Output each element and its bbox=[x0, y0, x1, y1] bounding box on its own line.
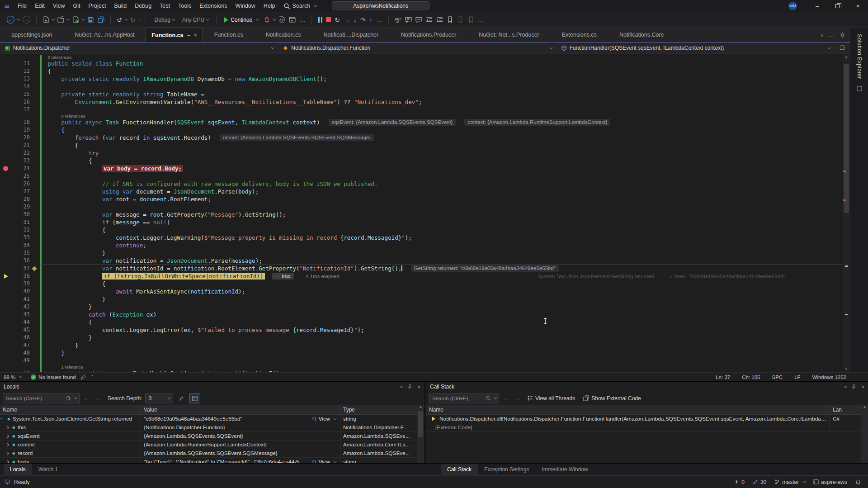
more-tabs-icon[interactable]: … bbox=[828, 32, 834, 38]
search-prev-icon[interactable]: ← bbox=[82, 395, 91, 402]
expand-chevron-icon[interactable] bbox=[6, 426, 9, 429]
continue-button[interactable]: Continue bbox=[221, 15, 261, 24]
locals-row-record[interactable]: ◆record{Amazon.Lambda.SQSEvents.SQSEvent… bbox=[0, 449, 424, 458]
gear-icon[interactable] bbox=[840, 32, 845, 38]
search-in-files-icon[interactable] bbox=[277, 15, 287, 24]
locals-row-body[interactable]: ◆body"{\n \"Type\" : \"Notification\",\n… bbox=[0, 458, 424, 463]
locals-row-system-text-json-jsonelement-getstring-returned[interactable]: ⌁◆System.Text.Json.JsonElement.GetString… bbox=[0, 415, 424, 423]
locals-scrollbar[interactable]: ▲ bbox=[417, 405, 424, 463]
tab-extensions-cs[interactable]: Extensions.cs bbox=[551, 28, 608, 42]
nav-forward-icon[interactable]: → bbox=[21, 14, 32, 25]
menu-view[interactable]: View bbox=[49, 0, 69, 12]
locals-row-sqsevent[interactable]: ◆sqsEvent{Amazon.Lambda.SQSEvents.SQSEve… bbox=[0, 432, 424, 441]
locals-column-header-type[interactable]: Type bbox=[340, 405, 424, 414]
callstack-frame-0[interactable]: Notifications.Dispatcher.dll!Notificatio… bbox=[426, 415, 868, 423]
callstack-search-input[interactable]: Search (Ctrl+E) bbox=[429, 393, 499, 403]
environment-indicator[interactable]: aspire-aws bbox=[813, 479, 847, 485]
tab-appsettings-json[interactable]: appsettings.json bbox=[0, 28, 63, 42]
live-preview-icon[interactable] bbox=[288, 15, 297, 24]
redo-icon[interactable]: ↻ bbox=[129, 15, 142, 25]
callstack-frame-1[interactable]: [External Code] bbox=[426, 423, 868, 432]
breadcrumb-segment-2[interactable]: FunctionHandler(SQSEvent sqsEvent, ILamb… bbox=[557, 43, 835, 53]
pause-icon[interactable] bbox=[316, 16, 324, 24]
notifications-indicator[interactable]: 0 bbox=[734, 479, 745, 485]
save-icon[interactable] bbox=[86, 15, 95, 24]
step-out-icon[interactable]: ↑ bbox=[368, 15, 374, 25]
save-all-icon[interactable] bbox=[96, 15, 106, 24]
tab-notifications-producer[interactable]: Notifications.Producer bbox=[390, 28, 467, 42]
background-tasks-icon[interactable] bbox=[5, 479, 10, 485]
locals-search-input[interactable]: Search (Ctrl+E) bbox=[3, 393, 80, 403]
account-avatar[interactable]: MM bbox=[788, 2, 797, 10]
close-icon[interactable]: × bbox=[418, 384, 420, 389]
undo-icon[interactable]: ↺ bbox=[115, 15, 128, 25]
tab-nuget-not-s-producer[interactable]: NuGet: Not...s.Producer bbox=[467, 28, 550, 42]
menu-edit[interactable]: Edit bbox=[31, 0, 49, 12]
bookmark-icon[interactable] bbox=[445, 15, 455, 24]
solution-config-dropdown[interactable]: Debug bbox=[151, 15, 177, 24]
close-icon[interactable]: × bbox=[862, 384, 864, 389]
column-indicator[interactable]: Ch: 105 bbox=[742, 374, 760, 380]
step-into-icon[interactable]: ↓ bbox=[352, 15, 358, 25]
new-file-icon[interactable] bbox=[41, 15, 55, 24]
locals-row-context[interactable]: ◆context{Amazon.Lambda.RuntimeSupport.La… bbox=[0, 441, 424, 449]
tool-tab-exception-settings[interactable]: Exception Settings bbox=[478, 464, 535, 476]
platform-dropdown[interactable]: Any CPU bbox=[179, 15, 212, 24]
tab-notifications-core[interactable]: Notifications.Core bbox=[608, 28, 675, 42]
indent-decrease-icon[interactable] bbox=[425, 15, 434, 24]
bell-icon[interactable] bbox=[855, 479, 861, 485]
menu-tools[interactable]: Tools bbox=[174, 0, 195, 12]
scroll-down-icon[interactable]: ▼ bbox=[843, 367, 850, 371]
line-ending-indicator[interactable]: LF bbox=[794, 374, 800, 380]
menu-build[interactable]: Build bbox=[110, 0, 131, 12]
add-item-icon[interactable] bbox=[71, 15, 85, 24]
editor-scrollbar[interactable]: ▲ ▼ bbox=[843, 54, 850, 372]
minimize-button[interactable]: – bbox=[807, 0, 827, 12]
tab-notification-cs[interactable]: Notification.cs bbox=[255, 28, 312, 42]
pin-tab-icon[interactable]: ⌁ bbox=[187, 32, 190, 38]
expand-chevron-icon[interactable] bbox=[6, 434, 9, 437]
solution-explorer-tab[interactable]: Solution Explorer bbox=[856, 34, 863, 79]
tool-tab-locals[interactable]: Locals bbox=[4, 464, 32, 476]
pin-icon[interactable] bbox=[407, 384, 412, 389]
tab-function-cs[interactable]: Function.cs bbox=[203, 28, 255, 42]
restart-icon[interactable]: ↻ bbox=[333, 15, 341, 25]
search-next-icon[interactable]: → bbox=[94, 395, 102, 402]
code-cleanup-icon[interactable] bbox=[80, 374, 86, 380]
tab-notificati-dispatcher[interactable]: Notificati....Dispatcher bbox=[312, 28, 390, 42]
tool-tab-immediate-window[interactable]: Immediate Window bbox=[535, 464, 594, 476]
open-file-icon[interactable] bbox=[56, 15, 70, 24]
next-bookmark-icon[interactable] bbox=[466, 15, 476, 24]
track-objects-icon[interactable] bbox=[189, 393, 200, 403]
scroll-up-icon[interactable]: ▲ bbox=[843, 55, 850, 59]
menu-help[interactable]: Help bbox=[259, 0, 279, 12]
menu-git[interactable]: Git bbox=[69, 0, 85, 12]
git-branch-selector[interactable]: master bbox=[774, 479, 805, 485]
show-external-code-button[interactable]: Show External Code bbox=[580, 395, 643, 402]
tab-function-cs[interactable]: Function.cs⌁× bbox=[146, 28, 203, 42]
window-position-icon[interactable] bbox=[844, 384, 847, 388]
scroll-tabs-left-icon[interactable]: ‹ bbox=[821, 32, 823, 38]
next-frame-icon[interactable]: → bbox=[513, 395, 522, 402]
menu-window[interactable]: Window bbox=[231, 0, 259, 12]
search-menu[interactable]: Search bbox=[279, 3, 321, 9]
breadcrumb-segment-0[interactable]: #Notifications.Dispatcher bbox=[0, 43, 278, 53]
search-depth-dropdown[interactable]: 3 bbox=[145, 393, 173, 403]
prev-frame-icon[interactable]: ← bbox=[502, 395, 510, 402]
more-edit-icon[interactable]: … bbox=[476, 15, 486, 25]
code-editor[interactable]: 0 references11public sealed class Functi… bbox=[0, 54, 850, 372]
indent-increase-icon[interactable] bbox=[435, 15, 444, 24]
prev-bookmark-icon[interactable] bbox=[456, 15, 465, 24]
hot-reload-icon[interactable] bbox=[262, 15, 276, 24]
menu-project[interactable]: Project bbox=[85, 0, 110, 12]
line-indicator[interactable]: Ln: 37 bbox=[716, 374, 730, 380]
step-over-icon[interactable]: ↷ bbox=[359, 15, 367, 25]
locals-column-header-name[interactable]: Name bbox=[0, 405, 141, 414]
menu-file[interactable]: File bbox=[14, 0, 31, 12]
encoding-indicator[interactable]: Windows 1252 bbox=[812, 374, 846, 380]
breakpoint-icon[interactable] bbox=[3, 166, 8, 171]
split-editor-icon[interactable]: ❐ bbox=[835, 43, 850, 53]
pin-icon[interactable] bbox=[851, 384, 856, 389]
tool-tab-watch-1[interactable]: Watch 1 bbox=[32, 464, 65, 476]
tab-nuget-as-ns-apphost[interactable]: NuGet: As...ns.AppHost bbox=[63, 28, 146, 42]
